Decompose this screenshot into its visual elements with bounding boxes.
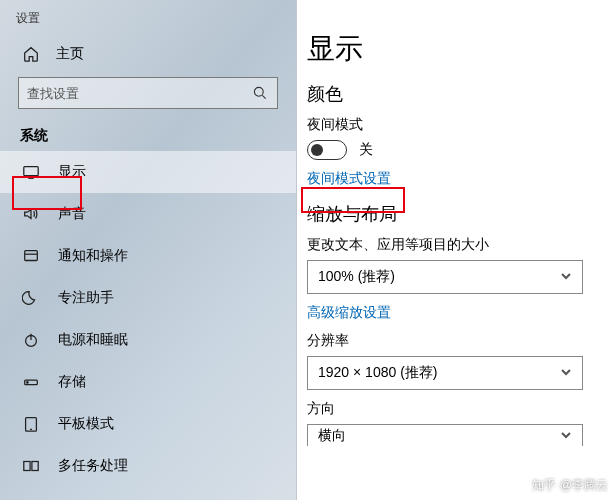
sidebar-item-tablet[interactable]: 平板模式 — [0, 403, 296, 445]
section-label: 系统 — [0, 119, 296, 151]
night-mode-toggle[interactable] — [307, 140, 347, 160]
sidebar-item-multitask[interactable]: 多任务处理 — [0, 445, 296, 487]
tablet-icon — [22, 415, 40, 433]
scale-label: 更改文本、应用等项目的大小 — [307, 236, 606, 254]
resolution-label: 分辨率 — [307, 332, 606, 350]
sidebar-item-label: 平板模式 — [58, 415, 114, 433]
section-scale: 缩放与布局 — [307, 202, 606, 226]
sidebar-item-label: 通知和操作 — [58, 247, 128, 265]
orientation-select[interactable]: 横向 — [307, 424, 583, 446]
sidebar-item-focus[interactable]: 专注助手 — [0, 277, 296, 319]
watermark: 知乎 @李腾云 — [532, 477, 608, 494]
orientation-label: 方向 — [307, 400, 606, 418]
notification-icon — [22, 247, 40, 265]
search-container — [0, 73, 296, 119]
sidebar-item-label: 专注助手 — [58, 289, 114, 307]
sidebar: 设置 主页 系统 显示 声音 通知和操作 — [0, 0, 297, 500]
section-color: 颜色 — [307, 82, 606, 106]
moon-icon — [22, 289, 40, 307]
sidebar-item-label: 存储 — [58, 373, 86, 391]
storage-icon — [22, 373, 40, 391]
main-panel: 显示 颜色 夜间模式 关 夜间模式设置 缩放与布局 更改文本、应用等项目的大小 … — [297, 0, 616, 500]
sidebar-item-storage[interactable]: 存储 — [0, 361, 296, 403]
advanced-scale-link[interactable]: 高级缩放设置 — [307, 304, 391, 322]
resolution-value: 1920 × 1080 (推荐) — [318, 364, 437, 382]
svg-rect-12 — [24, 462, 30, 471]
chevron-down-icon — [560, 365, 572, 381]
sidebar-home-label: 主页 — [56, 45, 84, 63]
sidebar-item-label: 电源和睡眠 — [58, 331, 128, 349]
home-icon — [22, 45, 40, 63]
scale-value: 100% (推荐) — [318, 268, 395, 286]
toggle-state-label: 关 — [359, 141, 373, 159]
resolution-select[interactable]: 1920 × 1080 (推荐) — [307, 356, 583, 390]
svg-point-9 — [27, 382, 28, 383]
night-mode-toggle-row: 关 — [307, 140, 606, 160]
sidebar-item-label: 显示 — [58, 163, 86, 181]
page-title: 显示 — [307, 30, 606, 68]
svg-rect-13 — [32, 462, 38, 471]
power-icon — [22, 331, 40, 349]
sidebar-item-label: 多任务处理 — [58, 457, 128, 475]
search-input[interactable] — [27, 86, 251, 101]
svg-rect-2 — [24, 167, 38, 176]
chevron-down-icon — [560, 269, 572, 285]
svg-point-0 — [254, 87, 263, 96]
search-icon — [251, 84, 269, 102]
sidebar-item-notifications[interactable]: 通知和操作 — [0, 235, 296, 277]
sidebar-item-sound[interactable]: 声音 — [0, 193, 296, 235]
svg-line-1 — [262, 95, 265, 98]
monitor-icon — [22, 163, 40, 181]
sidebar-item-home[interactable]: 主页 — [0, 35, 296, 73]
svg-rect-4 — [25, 251, 38, 261]
sidebar-item-power[interactable]: 电源和睡眠 — [0, 319, 296, 361]
night-mode-label: 夜间模式 — [307, 116, 606, 134]
sidebar-item-display[interactable]: 显示 — [0, 151, 296, 193]
multitask-icon — [22, 457, 40, 475]
app-title: 设置 — [0, 0, 296, 35]
night-mode-settings-link[interactable]: 夜间模式设置 — [307, 170, 391, 188]
chevron-down-icon — [560, 428, 572, 444]
sidebar-item-label: 声音 — [58, 205, 86, 223]
orientation-value: 横向 — [318, 427, 346, 445]
search-box[interactable] — [18, 77, 278, 109]
sound-icon — [22, 205, 40, 223]
scale-select[interactable]: 100% (推荐) — [307, 260, 583, 294]
